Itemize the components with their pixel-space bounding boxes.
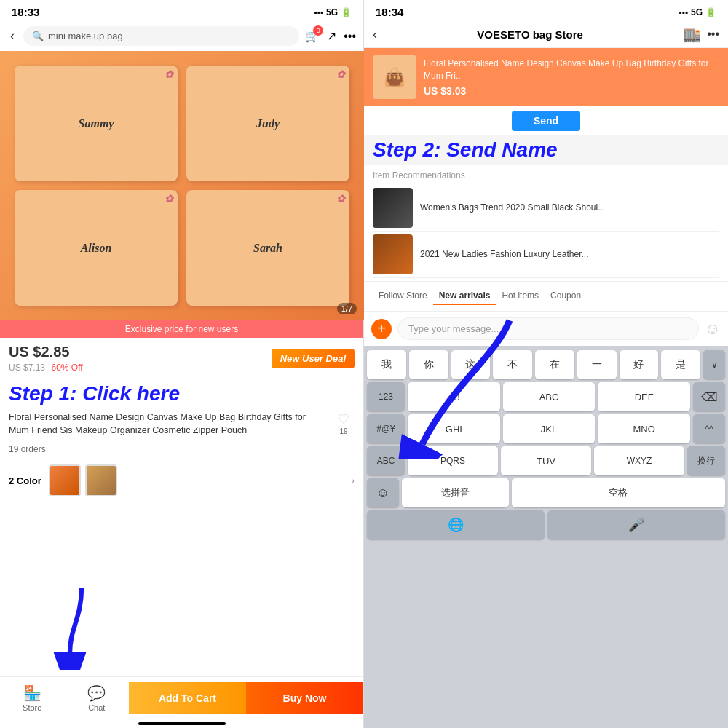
nav-store[interactable]: 🏪 Store [0,681,65,715]
emoji-button[interactable]: ☺ [705,320,721,339]
left-time: 18:33 [12,6,39,18]
tab-follow-store[interactable]: Follow Store [373,288,433,305]
more-icon[interactable]: ••• [344,30,356,43]
rec-item-2[interactable]: 2021 New Ladies Fashion Luxury Leather..… [373,232,719,278]
key-pqrs[interactable]: PQRS [408,446,498,475]
key-punc[interactable]: ,.?! [408,382,500,411]
search-box[interactable]: 🔍 mini make up bag [23,26,299,46]
exclusive-banner: Exclusive price for new users [0,320,363,338]
key-zhe[interactable]: 这 [451,350,491,379]
keyboard-row-2: 123 ,.?! ABC DEF ⌫ [367,382,725,411]
key-delete[interactable]: ⌫ [693,382,725,411]
store-title: VOESETO bag Store [383,28,677,41]
key-jkl[interactable]: JKL [503,414,596,443]
right-time: 18:34 [376,6,403,18]
key-globe[interactable]: 🌐 [367,510,545,539]
orders-text: 19 orders [0,440,363,459]
key-shi[interactable]: 是 [661,350,700,379]
product-card[interactable]: 👜 Floral Personalised Name Design Canvas… [364,48,728,106]
back-button[interactable]: ‹ [7,25,17,47]
color-arrow-icon[interactable]: › [351,475,355,486]
signal-icon: ▪▪▪ [314,7,323,17]
search-text: mini make up bag [48,31,123,41]
share-icon[interactable]: ↗ [327,29,336,43]
add-to-cart-button[interactable]: Add To Cart [129,682,246,714]
item-recommendations: Item Recommendations Women's Bags Trend … [364,165,728,281]
message-input[interactable]: Type your message... [397,317,699,340]
color-swatch-2[interactable] [85,464,117,496]
right-network-type: 5G [691,7,703,17]
message-input-area: + Type your message... ☺ [364,311,728,346]
key-mic[interactable]: 🎤 [547,510,725,539]
color-swatches [49,464,344,496]
step1-label: Step 1: Click here [0,379,363,408]
right-back-button[interactable]: ‹ [373,27,377,42]
key-def[interactable]: DEF [598,382,690,411]
key-space[interactable]: 空格 [512,478,725,507]
key-zai[interactable]: 在 [535,350,574,379]
color-swatch-1[interactable] [49,464,81,496]
nav-chat[interactable]: 💬 Chat [65,681,130,715]
image-counter: 1/7 [337,303,357,314]
key-mno[interactable]: MNO [598,414,690,443]
bag-alison: Alison [15,190,178,306]
right-status-icons: ▪▪▪ 5G 🔋 [678,7,716,17]
key-123[interactable]: 123 [367,382,405,411]
key-ni[interactable]: 你 [409,350,448,379]
key-ghi[interactable]: GHI [408,414,500,443]
right-signal-icon: ▪▪▪ [678,7,688,17]
rec-title: Item Recommendations [373,170,719,181]
key-tuv[interactable]: TUV [501,446,591,475]
rec-thumb-2 [373,234,413,274]
product-card-thumb: 👜 [373,55,416,99]
search-icon: 🔍 [32,31,44,41]
send-btn-wrap: Send [364,106,728,135]
product-card-price: US $3.03 [424,85,719,97]
store-icon: 🏪 [23,684,41,702]
current-price: US $2.85 [9,344,69,360]
key-special[interactable]: #@¥ [367,414,405,443]
key-yi[interactable]: 一 [577,350,617,379]
key-huanxing[interactable]: 换行 [687,446,725,475]
key-emoji[interactable]: ☺ [367,478,399,507]
color-label: 2 Color [9,475,41,486]
product-title-row: Floral Personalised Name Design Canvas M… [0,408,363,440]
key-abc-2[interactable]: ABC [367,446,405,475]
buy-now-button[interactable]: Buy Now [246,682,363,714]
right-status-bar: 18:34 ▪▪▪ 5G 🔋 [364,0,728,21]
wishlist-count: 19 [339,427,347,435]
send-button[interactable]: Send [512,111,580,131]
price-row: US $2.85 US $7.13 60% Off New User Deal [0,338,363,379]
top-icons: 🛒 0 ↗ ••• [305,29,356,43]
tab-coupon[interactable]: Coupon [545,288,587,305]
right-top-bar: ‹ VOESETO bag Store 🏬 ••• [364,21,728,48]
bags-grid: Sammy Judy Alison Sarah [0,51,364,320]
key-hao[interactable]: 好 [620,350,659,379]
key-pinyin[interactable]: 选拼音 [402,478,509,507]
cart-badge: 0 [313,25,323,36]
rec-item-1[interactable]: Women's Bags Trend 2020 Small Black Shou… [373,185,719,232]
network-type: 5G [326,7,338,17]
left-panel: 18:33 ▪▪▪ 5G 🔋 ‹ 🔍 mini make up bag 🛒 0 … [0,0,364,728]
tab-hot-items[interactable]: Hot items [496,288,545,305]
rec-text-1: Women's Bags Trend 2020 Small Black Shou… [420,202,605,214]
key-expand[interactable]: ∨ [703,350,725,379]
key-caps[interactable]: ^^ [693,414,725,443]
plus-button[interactable]: + [371,319,392,339]
left-top-bar: ‹ 🔍 mini make up bag 🛒 0 ↗ ••• [0,21,363,51]
key-wxyz[interactable]: WXYZ [594,446,684,475]
right-store-icon[interactable]: 🏬 [683,25,701,43]
product-title: Floral Personalised Name Design Canvas M… [9,411,327,437]
key-abc-1[interactable]: ABC [503,382,596,411]
nav-store-label: Store [23,703,41,712]
rec-text-2: 2021 New Ladies Fashion Luxury Leather..… [420,248,588,261]
right-panel: 18:34 ▪▪▪ 5G 🔋 ‹ VOESETO bag Store 🏬 •••… [364,0,728,728]
rec-thumb-1 [373,188,413,228]
tab-new-arrivals[interactable]: New arrivals [433,288,496,305]
key-wo[interactable]: 我 [367,350,406,379]
key-bu[interactable]: 不 [493,350,532,379]
wishlist-button[interactable]: ♡ 19 [333,411,355,435]
right-more-icon[interactable]: ••• [707,28,719,41]
left-status-icons: ▪▪▪ 5G 🔋 [314,7,352,17]
cart-button[interactable]: 🛒 0 [305,29,320,43]
